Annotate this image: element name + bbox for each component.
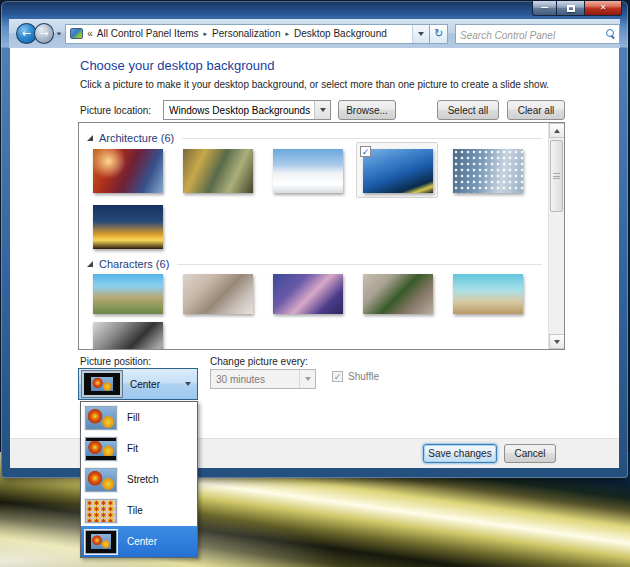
search-input[interactable]	[460, 27, 600, 43]
chevron-down-icon	[185, 382, 191, 386]
page-title: Choose your desktop background	[80, 58, 274, 73]
stretch-preview-icon	[85, 468, 117, 492]
fit-preview-icon	[85, 437, 117, 461]
dropdown-option-label: Tile	[127, 505, 143, 516]
change-picture-label: Change picture every:	[210, 356, 308, 367]
navigation-bar: ← → « All Control Panel Items ▸ Personal…	[9, 19, 620, 48]
cancel-button[interactable]: Cancel	[504, 444, 556, 463]
tile-preview-icon	[85, 499, 117, 523]
maximize-icon	[567, 5, 575, 12]
address-dropdown-button[interactable]	[412, 25, 429, 43]
chevron-down-icon	[305, 377, 311, 381]
thumbnail-architecture-4-selected-frame[interactable]: ✓	[356, 142, 438, 198]
thumbnail-characters-2[interactable]	[183, 274, 253, 314]
position-preview-icon	[82, 371, 122, 397]
dropdown-option-label: Fill	[127, 412, 140, 423]
thumbnail-architecture-5[interactable]	[453, 149, 523, 193]
close-button[interactable]: ✕	[584, 1, 622, 16]
thumbnail-characters-6[interactable]	[93, 322, 163, 350]
collapse-triangle-icon	[87, 261, 93, 267]
select-all-button[interactable]: Select all	[437, 100, 499, 120]
search-box	[455, 24, 620, 44]
flower-preview	[86, 441, 116, 455]
refresh-icon: ↻	[434, 27, 443, 40]
fill-preview-icon	[85, 406, 117, 430]
scrollbar-thumb[interactable]	[550, 140, 563, 212]
chevron-down-icon	[418, 32, 424, 36]
dropdown-option-label: Fit	[127, 443, 138, 454]
thumbnail-characters-1[interactable]	[93, 274, 163, 314]
breadcrumb-separator-icon: ▸	[285, 30, 289, 38]
dropdown-option-center[interactable]: Center	[81, 526, 197, 557]
minimize-button[interactable]: —	[532, 1, 557, 16]
scroll-up-button[interactable]	[549, 123, 565, 138]
scroll-up-icon	[554, 129, 560, 133]
dropdown-option-fill[interactable]: Fill	[81, 402, 197, 433]
picture-position-dropdown: Fill Fit Stretch Tile Center	[80, 401, 198, 558]
thumbnail-characters-4[interactable]	[363, 274, 433, 314]
combo-arrow	[314, 101, 330, 119]
address-bar[interactable]: « All Control Panel Items ▸ Personalizat…	[65, 24, 430, 44]
picture-location-label: Picture location:	[80, 105, 151, 116]
thumbnail-characters-5[interactable]	[453, 274, 523, 314]
maximize-button[interactable]	[557, 1, 584, 16]
picture-position-value: Center	[130, 379, 185, 390]
thumbnail-architecture-4[interactable]	[363, 149, 433, 193]
chevron-down-icon	[320, 108, 326, 112]
back-icon: ←	[22, 27, 31, 40]
minimize-icon: —	[541, 4, 549, 12]
close-icon: ✕	[600, 4, 607, 12]
dropdown-option-fit[interactable]: Fit	[81, 433, 197, 464]
breadcrumb-item-control-panel[interactable]: All Control Panel Items	[97, 28, 199, 39]
dropdown-option-tile[interactable]: Tile	[81, 495, 197, 526]
group-header-rule	[177, 264, 542, 265]
picture-location-combobox[interactable]: Windows Desktop Backgrounds	[163, 100, 331, 120]
screen: — ✕ ← → « All Control Panel Items ▸	[0, 0, 630, 567]
group-header-label: Architecture (6)	[99, 132, 174, 144]
group-header-characters[interactable]: Characters (6)	[87, 257, 542, 271]
clear-all-button[interactable]: Clear all	[507, 100, 565, 120]
flower-preview	[91, 534, 110, 549]
scroll-down-icon	[554, 340, 560, 344]
flower-preview	[91, 377, 113, 392]
collapse-triangle-icon	[87, 135, 93, 141]
center-preview-icon	[85, 530, 117, 554]
picture-position-label: Picture position:	[80, 356, 151, 367]
thumbnail-architecture-6[interactable]	[93, 205, 163, 249]
dropdown-option-label: Stretch	[127, 474, 159, 485]
thumbnail-checkbox[interactable]: ✓	[360, 146, 371, 157]
forward-icon: →	[39, 27, 48, 40]
save-changes-button[interactable]: Save changes	[423, 444, 497, 463]
thumbnail-architecture-1[interactable]	[93, 149, 163, 193]
page-subtitle: Click a picture to make it your desktop …	[80, 79, 549, 90]
group-header-rule	[182, 138, 542, 139]
refresh-button[interactable]: ↻	[430, 24, 448, 44]
gallery-scrollbar[interactable]	[548, 123, 564, 349]
scrollbar-grip	[553, 173, 560, 179]
shuffle-control: ✓ Shuffle	[332, 371, 379, 382]
forward-button[interactable]: →	[34, 23, 55, 44]
breadcrumb-prefix: «	[87, 28, 93, 39]
thumbnail-architecture-2[interactable]	[183, 149, 253, 193]
window-controls: — ✕	[532, 1, 622, 16]
breadcrumb-separator-icon: ▸	[204, 30, 208, 38]
change-picture-combobox: 30 minutes	[210, 369, 316, 389]
group-header-label: Characters (6)	[99, 258, 169, 270]
wallpaper-gallery: Architecture (6) ✓ Characters (6)	[78, 122, 565, 350]
browse-button[interactable]: Browse...	[338, 100, 396, 120]
thumbnail-architecture-3[interactable]	[273, 149, 343, 193]
group-header-architecture[interactable]: Architecture (6)	[87, 131, 542, 145]
scroll-down-button[interactable]	[549, 334, 565, 349]
shuffle-label: Shuffle	[348, 371, 379, 382]
thumbnail-characters-3[interactable]	[273, 274, 343, 314]
search-icon	[606, 29, 614, 37]
dropdown-option-stretch[interactable]: Stretch	[81, 464, 197, 495]
breadcrumb-item-personalization[interactable]: Personalization	[212, 28, 280, 39]
breadcrumb-item-desktop-background[interactable]: Desktop Background	[294, 28, 387, 39]
picture-location-value: Windows Desktop Backgrounds	[169, 105, 314, 116]
picture-position-combobox[interactable]: Center	[78, 368, 198, 400]
personalization-icon	[70, 28, 83, 39]
combo-arrow	[299, 370, 315, 388]
dropdown-option-label: Center	[127, 536, 157, 547]
recent-pages-icon[interactable]	[57, 32, 62, 35]
